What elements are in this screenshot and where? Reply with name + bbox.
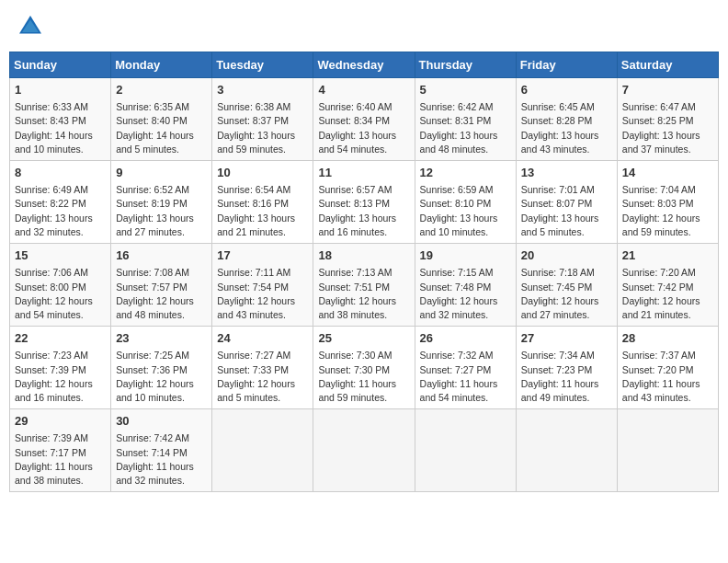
day-number: 30 bbox=[116, 413, 207, 430]
day-number: 3 bbox=[217, 82, 308, 98]
calendar-cell: 26Sunrise: 7:32 AM Sunset: 7:27 PM Dayli… bbox=[415, 327, 516, 409]
day-info: Sunrise: 7:06 AM Sunset: 8:00 PM Dayligh… bbox=[15, 266, 106, 322]
day-number: 16 bbox=[116, 247, 207, 264]
day-number: 7 bbox=[622, 82, 713, 98]
day-info: Sunrise: 7:13 AM Sunset: 7:51 PM Dayligh… bbox=[318, 266, 409, 322]
calendar-week-row: 29Sunrise: 7:39 AM Sunset: 7:17 PM Dayli… bbox=[10, 409, 719, 492]
day-info: Sunrise: 7:11 AM Sunset: 7:54 PM Dayligh… bbox=[217, 266, 308, 322]
day-number: 18 bbox=[318, 247, 409, 264]
calendar-cell bbox=[516, 409, 617, 492]
day-number: 15 bbox=[15, 247, 106, 264]
calendar-cell: 30Sunrise: 7:42 AM Sunset: 7:14 PM Dayli… bbox=[111, 409, 212, 492]
logo bbox=[17, 13, 48, 40]
day-info: Sunrise: 7:30 AM Sunset: 7:30 PM Dayligh… bbox=[318, 349, 409, 405]
calendar-cell: 12Sunrise: 6:59 AM Sunset: 8:10 PM Dayli… bbox=[415, 161, 516, 244]
day-number: 13 bbox=[521, 165, 612, 181]
day-info: Sunrise: 7:08 AM Sunset: 7:57 PM Dayligh… bbox=[116, 266, 207, 322]
day-number: 22 bbox=[15, 330, 106, 347]
day-info: Sunrise: 7:32 AM Sunset: 7:27 PM Dayligh… bbox=[420, 349, 511, 405]
day-info: Sunrise: 6:38 AM Sunset: 8:37 PM Dayligh… bbox=[217, 100, 308, 156]
weekday-header-friday: Friday bbox=[516, 52, 617, 78]
calendar-cell: 21Sunrise: 7:20 AM Sunset: 7:42 PM Dayli… bbox=[617, 244, 718, 327]
day-info: Sunrise: 6:49 AM Sunset: 8:22 PM Dayligh… bbox=[15, 183, 106, 239]
day-number: 25 bbox=[318, 330, 409, 347]
calendar-week-row: 15Sunrise: 7:06 AM Sunset: 8:00 PM Dayli… bbox=[10, 244, 719, 327]
day-info: Sunrise: 6:45 AM Sunset: 8:28 PM Dayligh… bbox=[521, 100, 612, 156]
calendar-cell: 9Sunrise: 6:52 AM Sunset: 8:19 PM Daylig… bbox=[111, 161, 212, 244]
calendar-cell: 2Sunrise: 6:35 AM Sunset: 8:40 PM Daylig… bbox=[111, 78, 212, 161]
day-number: 6 bbox=[521, 82, 612, 98]
calendar-cell: 18Sunrise: 7:13 AM Sunset: 7:51 PM Dayli… bbox=[313, 244, 415, 327]
day-info: Sunrise: 7:18 AM Sunset: 7:45 PM Dayligh… bbox=[521, 266, 612, 322]
day-info: Sunrise: 6:35 AM Sunset: 8:40 PM Dayligh… bbox=[116, 100, 207, 156]
calendar-cell: 5Sunrise: 6:42 AM Sunset: 8:31 PM Daylig… bbox=[415, 78, 516, 161]
weekday-header-wednesday: Wednesday bbox=[313, 52, 415, 78]
calendar-cell: 28Sunrise: 7:37 AM Sunset: 7:20 PM Dayli… bbox=[617, 327, 718, 409]
calendar-cell: 14Sunrise: 7:04 AM Sunset: 8:03 PM Dayli… bbox=[617, 161, 718, 244]
weekday-header-tuesday: Tuesday bbox=[212, 52, 313, 78]
calendar-cell: 4Sunrise: 6:40 AM Sunset: 8:34 PM Daylig… bbox=[313, 78, 415, 161]
calendar-cell bbox=[212, 409, 313, 492]
day-number: 5 bbox=[420, 82, 511, 98]
day-number: 14 bbox=[622, 165, 713, 181]
calendar-cell: 24Sunrise: 7:27 AM Sunset: 7:33 PM Dayli… bbox=[212, 327, 313, 409]
day-number: 1 bbox=[15, 82, 106, 98]
day-info: Sunrise: 7:15 AM Sunset: 7:48 PM Dayligh… bbox=[420, 266, 511, 322]
calendar-cell: 8Sunrise: 6:49 AM Sunset: 8:22 PM Daylig… bbox=[10, 161, 111, 244]
day-info: Sunrise: 6:33 AM Sunset: 8:43 PM Dayligh… bbox=[15, 100, 106, 156]
day-number: 17 bbox=[217, 247, 308, 264]
day-number: 28 bbox=[622, 330, 713, 347]
day-number: 2 bbox=[116, 82, 207, 98]
calendar-week-row: 1Sunrise: 6:33 AM Sunset: 8:43 PM Daylig… bbox=[10, 78, 719, 161]
day-info: Sunrise: 7:37 AM Sunset: 7:20 PM Dayligh… bbox=[622, 349, 713, 405]
day-info: Sunrise: 6:59 AM Sunset: 8:10 PM Dayligh… bbox=[420, 183, 511, 239]
day-info: Sunrise: 6:42 AM Sunset: 8:31 PM Dayligh… bbox=[420, 100, 511, 156]
calendar-cell: 16Sunrise: 7:08 AM Sunset: 7:57 PM Dayli… bbox=[111, 244, 212, 327]
calendar-cell: 7Sunrise: 6:47 AM Sunset: 8:25 PM Daylig… bbox=[617, 78, 718, 161]
calendar-cell: 17Sunrise: 7:11 AM Sunset: 7:54 PM Dayli… bbox=[212, 244, 313, 327]
day-number: 8 bbox=[15, 165, 106, 181]
page-header bbox=[9, 9, 719, 44]
day-number: 27 bbox=[521, 330, 612, 347]
calendar-cell: 22Sunrise: 7:23 AM Sunset: 7:39 PM Dayli… bbox=[10, 327, 111, 409]
day-info: Sunrise: 7:04 AM Sunset: 8:03 PM Dayligh… bbox=[622, 183, 713, 239]
calendar-cell: 27Sunrise: 7:34 AM Sunset: 7:23 PM Dayli… bbox=[516, 327, 617, 409]
day-number: 19 bbox=[420, 247, 511, 264]
calendar-week-row: 22Sunrise: 7:23 AM Sunset: 7:39 PM Dayli… bbox=[10, 327, 719, 409]
day-number: 29 bbox=[15, 413, 106, 430]
calendar-cell bbox=[617, 409, 718, 492]
calendar-cell: 10Sunrise: 6:54 AM Sunset: 8:16 PM Dayli… bbox=[212, 161, 313, 244]
weekday-header-row: SundayMondayTuesdayWednesdayThursdayFrid… bbox=[10, 52, 719, 78]
calendar-cell: 1Sunrise: 6:33 AM Sunset: 8:43 PM Daylig… bbox=[10, 78, 111, 161]
calendar-week-row: 8Sunrise: 6:49 AM Sunset: 8:22 PM Daylig… bbox=[10, 161, 719, 244]
day-info: Sunrise: 6:40 AM Sunset: 8:34 PM Dayligh… bbox=[318, 100, 409, 156]
weekday-header-saturday: Saturday bbox=[617, 52, 718, 78]
calendar-cell: 11Sunrise: 6:57 AM Sunset: 8:13 PM Dayli… bbox=[313, 161, 415, 244]
day-number: 23 bbox=[116, 330, 207, 347]
day-number: 20 bbox=[521, 247, 612, 264]
day-info: Sunrise: 7:23 AM Sunset: 7:39 PM Dayligh… bbox=[15, 349, 106, 405]
calendar-cell: 15Sunrise: 7:06 AM Sunset: 8:00 PM Dayli… bbox=[10, 244, 111, 327]
calendar-cell: 25Sunrise: 7:30 AM Sunset: 7:30 PM Dayli… bbox=[313, 327, 415, 409]
day-number: 24 bbox=[217, 330, 308, 347]
calendar-cell: 3Sunrise: 6:38 AM Sunset: 8:37 PM Daylig… bbox=[212, 78, 313, 161]
calendar-cell: 23Sunrise: 7:25 AM Sunset: 7:36 PM Dayli… bbox=[111, 327, 212, 409]
day-info: Sunrise: 7:34 AM Sunset: 7:23 PM Dayligh… bbox=[521, 349, 612, 405]
calendar-cell: 20Sunrise: 7:18 AM Sunset: 7:45 PM Dayli… bbox=[516, 244, 617, 327]
day-number: 10 bbox=[217, 165, 308, 181]
calendar-cell: 13Sunrise: 7:01 AM Sunset: 8:07 PM Dayli… bbox=[516, 161, 617, 244]
weekday-header-monday: Monday bbox=[111, 52, 212, 78]
day-info: Sunrise: 7:39 AM Sunset: 7:17 PM Dayligh… bbox=[15, 431, 106, 488]
day-number: 9 bbox=[116, 165, 207, 181]
day-number: 11 bbox=[318, 165, 409, 181]
day-number: 12 bbox=[420, 165, 511, 181]
calendar-table: SundayMondayTuesdayWednesdayThursdayFrid… bbox=[9, 52, 719, 492]
day-number: 4 bbox=[318, 82, 409, 98]
logo-icon bbox=[17, 13, 44, 40]
day-number: 21 bbox=[622, 247, 713, 264]
day-number: 26 bbox=[420, 330, 511, 347]
calendar-cell: 6Sunrise: 6:45 AM Sunset: 8:28 PM Daylig… bbox=[516, 78, 617, 161]
calendar-cell bbox=[415, 409, 516, 492]
day-info: Sunrise: 6:54 AM Sunset: 8:16 PM Dayligh… bbox=[217, 183, 308, 239]
day-info: Sunrise: 7:27 AM Sunset: 7:33 PM Dayligh… bbox=[217, 349, 308, 405]
